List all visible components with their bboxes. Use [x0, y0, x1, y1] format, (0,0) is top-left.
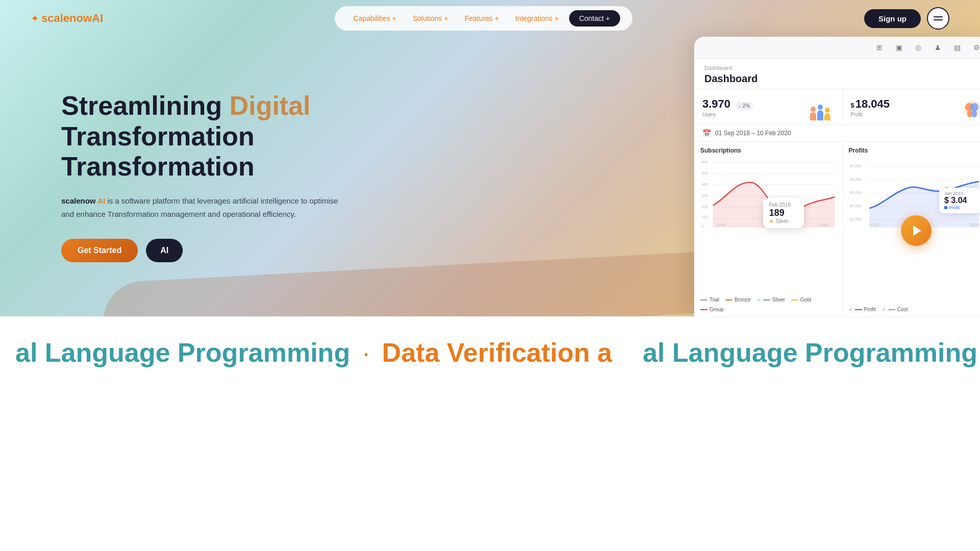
menu-line-2 — [934, 19, 943, 20]
svg-point-2 — [970, 103, 978, 111]
hero-buttons: Get Started AI — [61, 239, 419, 262]
svg-text:2018: 2018 — [869, 222, 879, 227]
tooltip-value: 189 — [769, 208, 798, 218]
legend-profit-line — [855, 309, 862, 310]
svg-text:$4.000: $4.000 — [850, 177, 862, 182]
dashboard-toolbar: ⊞ ▣ ◎ ♟ ▤ ⚙ — [694, 37, 980, 59]
get-started-button[interactable]: Get Started — [61, 239, 138, 262]
nav-solutions[interactable]: Solutions + — [406, 11, 454, 26]
ticker-text-language-2: al Language Programming — [643, 337, 977, 368]
stat-profit-value: 18.045 — [855, 97, 890, 111]
ticker-item-1: al Language Programming · Data Verificat… — [0, 337, 627, 368]
legend-bronze-line — [725, 299, 732, 300]
navbar: ✦ scalenowAI Capabilities + Solutions + … — [0, 0, 980, 37]
svg-text:$1.000: $1.000 — [850, 217, 862, 221]
dashboard-panel: ⊞ ▣ ◎ ♟ ▤ ⚙ Dashboard Dashboard 3.970 ↓ … — [694, 37, 980, 316]
legend-cost: ✓ Cost — [882, 307, 908, 312]
stat-users: 3.970 ↓ 2% Users — [694, 89, 843, 124]
svg-rect-4 — [972, 110, 977, 117]
jan-dollar: $ — [944, 196, 949, 205]
tooltip-date: Feb 2019 — [769, 202, 798, 208]
legend-silver-check: ✓ — [757, 297, 761, 303]
nav-links: Capabilities + Solutions + Features + In… — [335, 6, 632, 31]
hero-title: Streamlining Digital Transformation Tran… — [61, 91, 419, 182]
dashboard-date-row: 📅 01 Sep 2018 – 10 Feb 2020 — [694, 125, 980, 142]
svg-text:$3.000: $3.000 — [850, 190, 862, 195]
legend-silver: ✓ Silver — [757, 297, 785, 303]
profits-tooltip: Jan 2019 $ 3.04 Profit — [939, 188, 980, 213]
svg-text:$5.000: $5.000 — [850, 164, 862, 168]
person-3 — [824, 108, 830, 120]
tooltip-badge: ★ Silver — [769, 218, 798, 224]
toolbar-settings-icon[interactable]: ⚙ — [971, 42, 980, 53]
person-2 — [817, 105, 823, 120]
toolbar-card-icon[interactable]: ▣ — [893, 42, 904, 53]
jan-badge: Profit — [944, 205, 975, 210]
toolbar-table-icon[interactable]: ▤ — [951, 42, 963, 53]
toolbar-grid-icon[interactable]: ⊞ — [874, 42, 885, 53]
play-triangle-icon — [913, 226, 921, 236]
svg-text:600: 600 — [701, 160, 708, 164]
stat-profit: $ 18.045 Profit — [843, 89, 981, 124]
profits-title: Profits — [849, 147, 981, 154]
dashboard-title: Dashboard — [704, 73, 980, 85]
hero-section: Streamlining Digital Transformation Tran… — [0, 0, 980, 316]
toolbar-chart-icon[interactable]: ◎ — [913, 42, 924, 53]
legend-silver-line — [763, 299, 770, 300]
legend-gold: Gold — [791, 297, 811, 303]
dashboard-breadcrumb: Dashboard — [704, 65, 980, 71]
nav-integrations[interactable]: Integrations + — [509, 11, 565, 26]
hero-description: scalenow AI is a software platform that … — [61, 194, 347, 220]
jan-badge-dot — [944, 206, 947, 209]
toolbar-user-icon[interactable]: ♟ — [932, 42, 943, 53]
play-button[interactable] — [901, 215, 932, 246]
star-icon: ★ — [769, 218, 774, 224]
profits-legend: ✓ Profit ✓ Cost — [849, 307, 981, 312]
legend-profit-check: ✓ — [849, 307, 853, 312]
date-range: 01 Sep 2018 – 10 Feb 2020 — [715, 130, 791, 137]
legend-gold-line — [791, 299, 798, 300]
ai-button[interactable]: AI — [146, 239, 183, 262]
svg-text:400: 400 — [701, 182, 708, 187]
stat-users-badge: ↓ 2% — [736, 102, 753, 110]
jan-value: $ 3.04 — [944, 196, 975, 205]
nav-capabilities[interactable]: Capabilities + — [347, 11, 402, 26]
menu-button[interactable] — [927, 7, 949, 30]
logo-text: scalenowAI — [41, 12, 103, 25]
svg-text:100: 100 — [701, 215, 708, 219]
logo[interactable]: ✦ scalenowAI — [31, 12, 103, 25]
calendar-icon: 📅 — [702, 129, 711, 137]
legend-group-line — [700, 309, 707, 310]
legend-cost-check: ✓ — [882, 307, 886, 312]
subscriptions-legend: Trial Bronze ✓ Silver — [700, 297, 836, 312]
stat-profit-dollar: $ — [851, 102, 854, 109]
svg-text:$2.000: $2.000 — [850, 204, 862, 208]
nav-right: Sign up — [864, 7, 949, 30]
legend-profit: ✓ Profit — [849, 307, 876, 312]
dashboard-body: Dashboard Dashboard 3.970 ↓ 2% Users — [694, 59, 980, 316]
signup-button[interactable]: Sign up — [864, 9, 921, 28]
svg-text:200: 200 — [701, 205, 708, 209]
legend-group: Group — [700, 307, 724, 312]
svg-rect-3 — [967, 110, 972, 117]
users-illustration — [810, 100, 838, 120]
nav-contact[interactable]: Contact + — [569, 10, 620, 27]
dashboard-header: Dashboard Dashboard — [694, 59, 980, 89]
legend-trial: Trial — [700, 297, 719, 303]
logo-icon: ✦ — [31, 12, 39, 24]
legend-cost-line — [888, 309, 895, 310]
svg-text:300: 300 — [701, 193, 708, 198]
ticker-text-language: al Language Programming — [15, 337, 350, 368]
ticker-text-data: Data Verification a — [382, 337, 612, 368]
svg-text:2018: 2018 — [716, 222, 726, 227]
nav-features[interactable]: Features + — [458, 11, 505, 26]
legend-bronze: Bronze — [725, 297, 751, 303]
ticker-item-2: al Language Programming · Data Verificat… — [627, 337, 980, 368]
ticker-track: al Language Programming · Data Verificat… — [0, 337, 980, 368]
ticker-section: al Language Programming · Data Verificat… — [0, 316, 980, 388]
svg-text:500: 500 — [701, 171, 708, 176]
legend-trial-line — [700, 299, 707, 300]
menu-line-1 — [934, 16, 943, 17]
svg-text:2020: 2020 — [969, 222, 978, 227]
subscriptions-tooltip: Feb 2019 189 ★ Silver — [763, 198, 804, 228]
